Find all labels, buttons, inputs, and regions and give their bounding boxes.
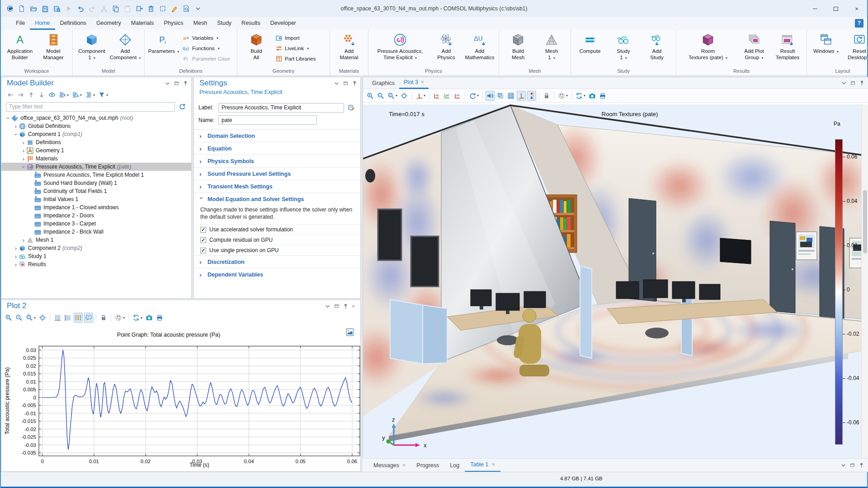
- arrow-down-icon[interactable]: [37, 90, 46, 100]
- graphics-canvas[interactable]: Time=0.017 s Room Textures (pate) Pa 0.0…: [363, 104, 862, 459]
- reset-desktop-button[interactable]: Reset Desktop ▾: [843, 32, 868, 68]
- close-tab-icon[interactable]: ×: [492, 461, 495, 468]
- zoom-out-icon[interactable]: [376, 91, 385, 101]
- tree-expander[interactable]: ›: [13, 253, 19, 260]
- menu-item-file[interactable]: File: [11, 17, 30, 30]
- copy-button[interactable]: [111, 4, 120, 13]
- tree-item[interactable]: Impedance 2 - Brick Wall: [1, 228, 191, 236]
- tree-expander[interactable]: ›: [20, 139, 27, 146]
- delete-button[interactable]: [146, 4, 156, 13]
- section-header[interactable]: ›Equation: [194, 142, 360, 155]
- livelink-button[interactable]: LiveLink▾: [275, 44, 325, 53]
- graphics-tab-graphics[interactable]: Graphics: [368, 77, 399, 89]
- help-button[interactable]: ?: [855, 19, 863, 28]
- tree-expander[interactable]: ›: [20, 237, 27, 244]
- refresh-filter-icon[interactable]: [178, 102, 187, 112]
- paste-button[interactable]: [123, 4, 132, 13]
- tree-item[interactable]: Impedance 3 - Carpet: [1, 220, 191, 228]
- tree-filter-input[interactable]: [6, 102, 175, 112]
- color-legend-icon[interactable]: [527, 91, 536, 101]
- graphics-scrollbar[interactable]: [861, 104, 868, 459]
- add-material-button[interactable]: Add Material: [333, 32, 365, 68]
- tree-expander[interactable]: ›: [20, 147, 27, 154]
- menu-item-definitions[interactable]: Definitions: [55, 17, 91, 30]
- qat-caret-button[interactable]: [193, 4, 203, 13]
- tree-expander[interactable]: ›: [13, 261, 19, 268]
- menu-item-home[interactable]: Home: [30, 17, 55, 30]
- sound-icon[interactable]: [486, 91, 495, 101]
- expand-first-icon[interactable]: ▾: [58, 90, 70, 100]
- functions-button[interactable]: f(x)Functions▾: [183, 44, 232, 53]
- tree-item[interactable]: ›Definitions: [1, 138, 191, 146]
- zoom-in-icon[interactable]: [366, 91, 375, 101]
- snapshot-icon[interactable]: [588, 91, 597, 101]
- component-button[interactable]: Component 1 ▾: [75, 32, 108, 68]
- arrow-right-icon[interactable]: [16, 90, 25, 100]
- graphics-3d-scene[interactable]: [363, 104, 862, 459]
- panel-menu-icon[interactable]: [165, 80, 170, 86]
- variables-button[interactable]: a=Variables▾: [183, 33, 232, 42]
- pin-panel-icon[interactable]: [859, 462, 864, 468]
- model-tree-icon[interactable]: ▾: [84, 90, 96, 100]
- tree-item[interactable]: DPressure Acoustics, Time Explicit Model…: [1, 171, 191, 179]
- tree-item[interactable]: ›Results: [1, 260, 191, 268]
- tree-expander[interactable]: ›: [20, 155, 27, 162]
- close-button[interactable]: ×: [846, 0, 867, 17]
- tree-item[interactable]: DSound Hard Boundary (Wall) 1: [1, 179, 191, 187]
- add-physics-button[interactable]: Add Physics: [430, 32, 462, 68]
- tree-item[interactable]: ›Component 2(comp2): [1, 244, 191, 252]
- close-tab-icon[interactable]: ×: [421, 79, 424, 85]
- tree-item[interactable]: ›Study 1: [1, 252, 191, 260]
- menu-item-results[interactable]: Results: [236, 17, 265, 30]
- view-xz-icon[interactable]: xz: [453, 91, 462, 101]
- duplicate-button[interactable]: [135, 4, 144, 13]
- section-header[interactable]: ›Discretization: [194, 256, 360, 268]
- new-file-button[interactable]: [17, 4, 26, 13]
- save-as-button[interactable]: [52, 4, 61, 13]
- tree-item[interactable]: ›Component 1(comp1): [1, 130, 191, 138]
- float-panel-icon[interactable]: [849, 462, 855, 468]
- import-button[interactable]: Import: [275, 33, 325, 42]
- rename-icon[interactable]: [347, 103, 356, 113]
- add-component-button[interactable]: Add Component ▾: [109, 32, 142, 68]
- run-button[interactable]: [64, 4, 73, 13]
- transparency-icon[interactable]: [496, 91, 505, 101]
- section-header[interactable]: ›Domain Selection: [194, 130, 360, 142]
- arrow-left-icon[interactable]: [6, 90, 15, 100]
- tree-item[interactable]: DInitial Values 1: [1, 195, 191, 203]
- tree-expander[interactable]: ›: [13, 245, 19, 252]
- section-header[interactable]: ›Physics Symbols: [194, 155, 360, 167]
- tree-item[interactable]: Impedance 2 - Doors: [1, 211, 191, 220]
- view-axes-icon[interactable]: [517, 91, 526, 101]
- tree-item[interactable]: Impedance 1 - Closed windows: [1, 203, 191, 211]
- menu-item-developer[interactable]: Developer: [265, 17, 301, 30]
- filter-icon[interactable]: ▾: [97, 90, 109, 100]
- tree-item[interactable]: ›Global Definitions: [1, 122, 191, 130]
- point-graph-plot[interactable]: 00.010.020.030.040.050.060.030.0250.020.…: [1, 300, 361, 472]
- add-plot-group-button[interactable]: Add Plot Group ▾: [738, 32, 770, 68]
- menu-item-study[interactable]: Study: [212, 17, 236, 30]
- parameters-button[interactable]: PiParameters ▾: [147, 32, 180, 68]
- cut-button[interactable]: [99, 4, 108, 13]
- tree-expander[interactable]: ›: [5, 115, 12, 121]
- scrollbar-thumb[interactable]: [863, 190, 867, 253]
- tree-item[interactable]: ›Geometry 1: [1, 146, 191, 155]
- pressure-acoustics-button[interactable]: Pressure Acoustics, Time Explicit ▾: [371, 32, 429, 68]
- label-field[interactable]: [218, 103, 344, 113]
- tree-item[interactable]: ›Pressure Acoustics, Time Explicit(pate): [1, 163, 191, 171]
- menu-item-physics[interactable]: Physics: [159, 17, 188, 30]
- checkbox[interactable]: ✓: [200, 237, 206, 243]
- parameter-case-button[interactable]: PiParameter Case: [183, 54, 232, 63]
- expand-all-icon[interactable]: ▾: [71, 90, 83, 100]
- zoom-extents-icon[interactable]: [400, 91, 409, 101]
- maximize-button[interactable]: [826, 0, 846, 17]
- rotate-icon[interactable]: ▾: [468, 91, 480, 101]
- draw-highlight-button[interactable]: [170, 4, 179, 13]
- panel-menu-icon[interactable]: [840, 462, 846, 468]
- panel-menu-icon[interactable]: [841, 80, 847, 86]
- part-libraries-button[interactable]: Part Libraries: [275, 54, 325, 63]
- pin-panel-icon[interactable]: [859, 80, 865, 86]
- plot-image-icon[interactable]: [346, 328, 354, 336]
- menu-item-geometry[interactable]: Geometry: [91, 17, 126, 30]
- bottom-tab-messages[interactable]: Messages×: [368, 459, 411, 472]
